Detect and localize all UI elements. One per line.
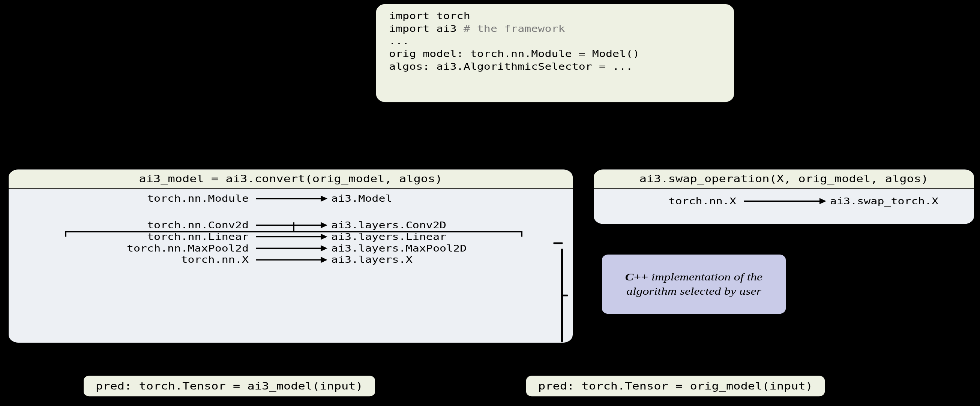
right-bracket-icon	[552, 242, 563, 343]
layer-row: torch.nn.MaxPool2d ai3.layers.MaxPool2D	[20, 243, 562, 254]
connector	[465, 104, 466, 132]
mod-ai3: ai3	[436, 23, 457, 34]
connector	[782, 225, 784, 244]
arrow-icon	[744, 197, 826, 206]
convert-panel-header: ai3_model = ai3.convert(orig_model, algo…	[9, 170, 573, 189]
comment-framework: # the framework	[457, 23, 565, 34]
result-left-box: pred: torch.Tensor = ai3_model(input)	[83, 375, 376, 397]
layer-row-right: ai3.layers.MaxPool2D	[328, 243, 562, 254]
code-line-2: import ai3 # the framework	[389, 22, 721, 35]
code-line-3: ...	[389, 35, 721, 48]
connector	[293, 131, 294, 169]
arrow-icon	[256, 243, 328, 253]
layer-row-right: ai3.layers.X	[328, 254, 562, 265]
connector	[645, 131, 784, 132]
cpp-note-text: C++ implementation of the algorithm sele…	[611, 270, 777, 298]
layer-row-left: torch.nn.X	[20, 254, 256, 265]
connector	[293, 131, 466, 132]
connector	[788, 252, 864, 253]
swap-panel-header: ai3.swap_operation(X, orig_model, algos)	[594, 170, 974, 189]
layer-row: torch.nn.X ai3.layers.X	[20, 254, 562, 265]
layer-row: torch.nn.Conv2d ai3.layers.Conv2D	[20, 220, 562, 230]
connector	[782, 315, 784, 374]
code-line-5: orig_model: torch.nn.Module = Model()	[389, 48, 721, 60]
swap-row-right: ai3.swap_torch.X	[826, 196, 963, 206]
swap-panel: ai3.swap_operation(X, orig_model, algos)…	[593, 169, 975, 225]
arrow-icon	[256, 194, 328, 203]
result-right-text: pred: torch.Tensor = orig_model(input)	[538, 380, 813, 392]
module-row: torch.nn.Module ai3.Model	[20, 193, 562, 204]
connector	[782, 131, 784, 169]
layer-row-left: torch.nn.MaxPool2d	[20, 243, 256, 254]
module-row-right: ai3.Model	[328, 193, 562, 204]
arrow-icon	[256, 232, 328, 241]
result-right-box: pred: torch.Tensor = orig_model(input)	[525, 375, 826, 397]
result-left-text: pred: torch.Tensor = ai3_model(input)	[95, 380, 363, 392]
connector	[645, 104, 647, 132]
code-line-1: import torch	[389, 10, 721, 22]
top-code-box: import torch import ai3 # the framework …	[375, 3, 735, 103]
swap-row-left: torch.nn.X	[605, 196, 744, 206]
kw-import-2: import	[389, 23, 436, 34]
cpp-note-box: C++ implementation of the algorithm sele…	[600, 253, 788, 316]
connector	[862, 225, 864, 253]
layer-row-right: ai3.layers.Conv2D	[328, 220, 562, 230]
cpp-label: C++	[625, 271, 648, 283]
code-line-6: algos: ai3.AlgorithmicSelector = ...	[389, 60, 721, 73]
convert-panel: ai3_model = ai3.convert(orig_model, algo…	[8, 169, 574, 344]
layer-row-left: torch.nn.Conv2d	[20, 220, 256, 230]
swap-row: torch.nn.X ai3.swap_torch.X	[605, 196, 963, 206]
arrow-icon	[256, 255, 328, 264]
mod-torch: torch	[436, 10, 470, 21]
connector	[289, 343, 290, 374]
kw-import-1: import	[389, 10, 436, 21]
arrow-icon	[256, 220, 328, 230]
module-row-left: torch.nn.Module	[20, 193, 256, 204]
connector	[575, 281, 600, 282]
